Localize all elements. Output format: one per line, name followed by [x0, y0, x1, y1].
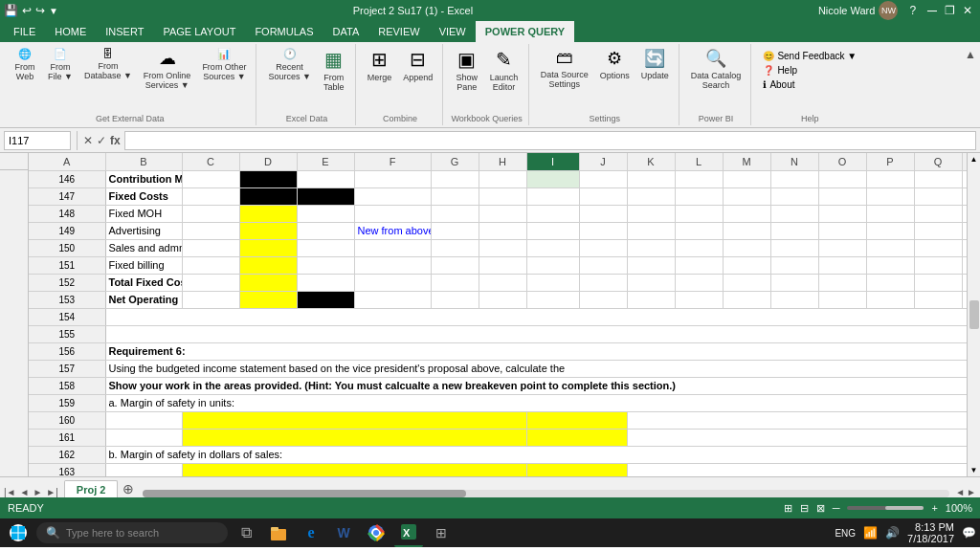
chrome-button[interactable] [362, 518, 390, 547]
confirm-formula-icon[interactable]: ✓ [97, 134, 106, 147]
excel-button[interactable]: X [394, 518, 423, 547]
svg-rect-0 [11, 526, 18, 533]
from-table-button[interactable]: ▦ FromTable [319, 46, 349, 94]
col-header-l[interactable]: L [675, 153, 723, 170]
col-header-i[interactable]: I [526, 153, 579, 170]
col-header-r[interactable]: R [962, 153, 967, 170]
col-header-a[interactable]: A [29, 153, 105, 170]
from-file-button[interactable]: 📄 FromFile ▼ [44, 46, 77, 83]
recent-sources-button[interactable]: 🕐 RecentSources ▼ [264, 46, 314, 83]
page-break-view-icon[interactable]: ⊠ [816, 502, 825, 515]
volume-icon[interactable]: 🔊 [885, 526, 900, 540]
col-header-m[interactable]: M [723, 153, 770, 170]
scroll-down-icon[interactable]: ▼ [970, 466, 978, 474]
add-sheet-button[interactable]: ⊕ [120, 480, 137, 497]
notification-icon[interactable]: 💬 [962, 526, 976, 540]
save-icon[interactable]: 💾 [4, 4, 18, 17]
about-button[interactable]: ℹ About [759, 78, 860, 91]
col-header-f[interactable]: F [354, 153, 431, 170]
help-icon[interactable]: ? [909, 4, 916, 17]
col-header-n[interactable]: N [770, 153, 818, 170]
tab-review[interactable]: REVIEW [368, 21, 429, 42]
tab-home[interactable]: HOME [45, 21, 96, 42]
name-box[interactable]: I117 [4, 131, 71, 150]
group-label-get-external-data: Get External Data [96, 112, 165, 123]
formula-input[interactable] [124, 131, 976, 150]
launch-editor-button[interactable]: ✎ LaunchEditor [486, 46, 523, 94]
cell-146-a[interactable]: Contribution Margin [105, 170, 182, 187]
wifi-icon[interactable]: 📶 [863, 526, 878, 540]
data-catalog-search-button[interactable]: 🔍 Data CatalogSearch [687, 46, 746, 92]
tab-insert[interactable]: INSERT [96, 21, 153, 42]
tab-power-query[interactable]: POWER QUERY [476, 21, 574, 42]
help-button[interactable]: ❓ Help [759, 64, 860, 77]
word-button[interactable]: W [329, 518, 358, 547]
sheet-tab-proj2[interactable]: Proj 2 [64, 480, 119, 497]
col-header-o[interactable]: O [818, 153, 866, 170]
page-layout-view-icon[interactable]: ⊟ [800, 502, 809, 515]
from-other-sources-button[interactable]: 📊 From OtherSources ▼ [198, 46, 250, 83]
zoom-level: 100% [946, 502, 972, 514]
scroll-right-icon[interactable]: ► [967, 487, 976, 497]
calculator-button[interactable]: ⊞ [427, 518, 456, 547]
merge-button[interactable]: ⊞ Merge [364, 46, 396, 84]
quick-access-toolbar[interactable]: 💾 ↩ ↪ ▼ [4, 2, 58, 19]
from-online-services-button[interactable]: ☁ From OnlineServices ▼ [140, 46, 195, 92]
tab-file[interactable]: FILE [4, 21, 45, 42]
table-row: 151 Fixed billing [29, 256, 967, 274]
task-view-button[interactable]: ⧉ [232, 518, 260, 547]
append-button[interactable]: ⊟ Append [399, 46, 436, 84]
options-button[interactable]: ⚙ Options [596, 46, 634, 82]
zoom-in-icon[interactable]: + [931, 502, 937, 514]
tab-formulas[interactable]: FORMULAS [245, 21, 323, 42]
col-header-d[interactable]: D [239, 153, 297, 170]
search-box[interactable]: 🔍 Type here to search [36, 522, 228, 543]
update-button[interactable]: 🔄 Update [637, 46, 673, 82]
col-header-j[interactable]: J [579, 153, 627, 170]
sheet-nav-next[interactable]: ► [33, 487, 42, 497]
customize-quick-access-icon[interactable]: ▼ [49, 6, 58, 16]
restore-button[interactable]: ❐ [945, 4, 955, 17]
minimize-button[interactable]: ─ [927, 3, 937, 18]
collapse-ribbon-button[interactable]: ▲ [965, 48, 976, 61]
col-header-h[interactable]: H [479, 153, 526, 170]
from-database-button[interactable]: 🗄 FromDatabase ▼ [80, 46, 136, 82]
redo-icon[interactable]: ↪ [35, 4, 45, 17]
send-feedback-button[interactable]: 😊 Send Feedback ▼ [759, 50, 860, 62]
col-header-b[interactable]: B [105, 153, 182, 170]
tab-data[interactable]: DATA [323, 21, 369, 42]
tab-page-layout[interactable]: PAGE LAYOUT [153, 21, 245, 42]
col-header-e[interactable]: E [297, 153, 354, 170]
cancel-formula-icon[interactable]: ✕ [83, 134, 93, 147]
table-row: 157 Using the budgeted income statement … [29, 360, 967, 377]
undo-icon[interactable]: ↩ [22, 4, 32, 17]
scroll-up-icon[interactable]: ▲ [970, 155, 978, 164]
data-source-settings-button[interactable]: 🗃 Data SourceSettings [537, 46, 592, 91]
scroll-left-icon[interactable]: ◄ [955, 487, 965, 497]
zoom-slider[interactable] [847, 506, 924, 510]
col-header-p[interactable]: P [866, 153, 914, 170]
group-label-help: Help [801, 112, 819, 123]
col-header-c[interactable]: C [182, 153, 239, 170]
close-button[interactable]: ✕ [963, 4, 972, 17]
sheet-nav-prev[interactable]: ◄ [20, 487, 30, 497]
sheet-nav-last[interactable]: ►| [46, 487, 58, 497]
insert-function-icon[interactable]: fx [110, 134, 121, 147]
normal-view-icon[interactable]: ⊞ [784, 502, 792, 515]
group-label-excel-data: Excel Data [286, 112, 328, 123]
table-row: 152 Total Fixed Costs [29, 274, 967, 291]
col-header-q[interactable]: Q [914, 153, 962, 170]
col-header-k[interactable]: K [627, 153, 675, 170]
file-explorer-button[interactable] [264, 518, 293, 547]
col-header-g[interactable]: G [431, 153, 479, 170]
sheet-nav-first[interactable]: |◄ [4, 487, 16, 497]
tab-view[interactable]: VIEW [430, 21, 476, 42]
table-row: 147 Fixed Costs [29, 187, 967, 205]
edge-browser-button[interactable]: e [297, 518, 325, 547]
from-web-button[interactable]: 🌐 FromWeb [10, 46, 40, 83]
row-num-146[interactable]: 146 [29, 170, 105, 187]
show-pane-button[interactable]: ▣ ShowPane [452, 46, 482, 94]
zoom-out-icon[interactable]: ─ [833, 502, 840, 514]
table-row: 148 Fixed MOH [29, 205, 967, 222]
start-button[interactable] [4, 518, 33, 547]
